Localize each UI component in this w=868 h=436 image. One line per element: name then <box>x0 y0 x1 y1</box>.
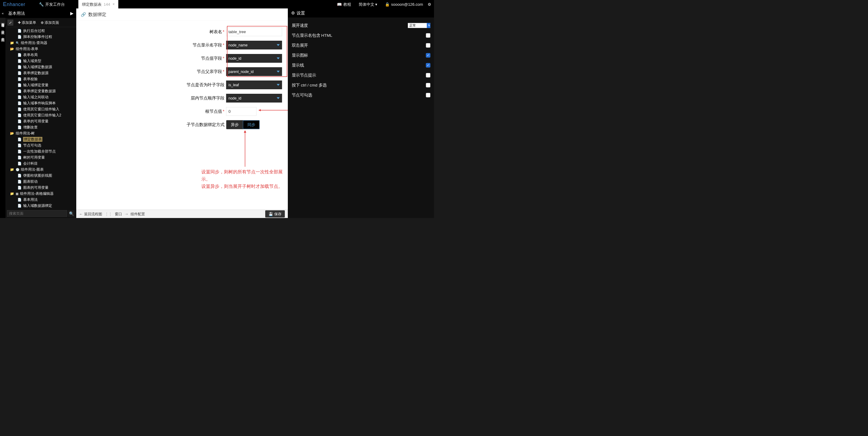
tree-item-label: 输入域绑定数据源 <box>23 64 52 69</box>
tree-item[interactable]: 会计科目 <box>5 161 76 167</box>
play-icon[interactable]: ▶ <box>70 11 73 16</box>
tree-item-label: 表单绑定变量数据源 <box>23 89 56 93</box>
file-icon <box>18 149 22 153</box>
tree-item[interactable]: 使用其它窗口组件输入2 <box>5 112 76 118</box>
close-icon[interactable]: × <box>113 2 115 6</box>
setting-checkbox[interactable] <box>426 43 430 48</box>
breadcrumb-component-config[interactable]: 组件配置 <box>130 211 145 216</box>
tree-item[interactable]: 基本用法 <box>5 197 76 203</box>
setting-row: 展开速度 <box>292 21 431 30</box>
file-icon <box>18 125 22 129</box>
dev-workbench-link[interactable]: 🔧 开发工作台 <box>39 1 65 7</box>
tree-item-label: 输入域事件响应脚本 <box>23 101 56 106</box>
tree-item[interactable]: 表单的可用变量 <box>5 118 76 124</box>
file-icon <box>18 185 22 190</box>
tree-folder[interactable]: 组件用法-表格编辑器 <box>5 191 76 197</box>
tree-item[interactable]: 树的可用变量 <box>5 154 76 161</box>
tree-item[interactable]: 输入域之间联动 <box>5 94 76 100</box>
search-input[interactable] <box>7 210 67 217</box>
setting-checkbox[interactable] <box>426 73 430 78</box>
tree-item[interactable]: 表单布局 <box>5 52 76 58</box>
file-icon <box>18 137 22 141</box>
page-tree[interactable]: 执行后台过程脚本控制事件过程组件用法-查询器组件用法-表单表单布局输入域类型输入… <box>5 27 76 209</box>
label-bind-mode: 子节点数据绑定方式 <box>76 122 226 127</box>
file-icon <box>18 89 22 93</box>
tree-folder[interactable]: 组件用法-查询器 <box>5 40 76 46</box>
setting-checkbox[interactable] <box>426 33 430 38</box>
center-header: 🔗 数据绑定 <box>76 8 288 21</box>
input-table-name[interactable] <box>226 27 282 36</box>
back-to-flow-link[interactable]: ←返回流程图 <box>79 211 102 216</box>
tree-item[interactable]: 图表的可用变量 <box>5 184 76 191</box>
tree-item[interactable]: 图表联动 <box>5 178 76 184</box>
setting-checkbox[interactable] <box>426 53 430 58</box>
collapse-icon[interactable]: « <box>2 11 4 16</box>
tree-item[interactable]: 使用其它窗口组件输入 <box>5 106 76 112</box>
setting-checkbox[interactable] <box>426 83 430 87</box>
arrow-icon <box>241 129 250 167</box>
gear-icon[interactable]: ⚙ <box>428 2 431 7</box>
tree-item-label: 增删改查 <box>23 125 38 130</box>
save-button[interactable]: 💾保存 <box>265 210 285 217</box>
tree-item[interactable]: 输入域数据源绑定 <box>5 203 76 209</box>
search-button[interactable]: 🔍 <box>68 210 75 217</box>
breadcrumb-bar: ←返回流程图 ⋮⋮ 窗口 ⇢ 组件配置 💾保存 <box>76 209 288 218</box>
select-display-field[interactable]: node_name <box>226 41 282 50</box>
tree-item[interactable]: 输入域绑定数据源 <box>5 64 76 70</box>
setting-select[interactable] <box>408 23 430 28</box>
add-menu-button[interactable]: ✚添加菜单 <box>18 20 36 25</box>
expand-button[interactable]: ⤢ <box>7 20 13 25</box>
tree-item[interactable]: 增删改查 <box>5 124 76 130</box>
tree-item[interactable]: 输入域类型 <box>5 58 76 64</box>
input-root-value[interactable] <box>226 107 256 116</box>
form-area: 树表名* 节点显示名字段* node_name 节点值字段* node_id 节… <box>76 21 288 209</box>
setting-row: 按下 ctrl / cmd 多选 <box>292 80 431 90</box>
radio-async[interactable]: 异步 <box>226 120 243 129</box>
select-order-field[interactable]: node_id <box>226 94 282 103</box>
rail-tab-pages[interactable]: 页面管理 <box>0 18 6 24</box>
tree-item[interactable]: 节点可勾选 <box>5 142 76 148</box>
gear-icon: ⚙ <box>291 10 295 16</box>
folder-open-icon <box>10 131 14 135</box>
file-icon <box>18 113 22 117</box>
tree-item-label: 脚本控制事件过程 <box>23 34 52 39</box>
file-icon <box>18 53 22 57</box>
select-parent-field[interactable]: parent_node_id <box>226 67 282 76</box>
tree-item[interactable]: 执行后台过程 <box>5 28 76 34</box>
tree-item[interactable]: 表单校验 <box>5 76 76 82</box>
tree-item[interactable]: 表单绑定数据源 <box>5 70 76 76</box>
tutorial-link[interactable]: 📖 教程 <box>337 1 351 7</box>
tree-item-label: 会计科目 <box>23 161 38 166</box>
tree-folder[interactable]: 组件用法-图表 <box>5 167 76 172</box>
select-leaf-field[interactable]: is_leaf <box>226 81 282 89</box>
tree-item[interactable]: 输入域绑定变量 <box>5 82 76 88</box>
setting-label: 节点显示名包含 HTML <box>292 33 426 38</box>
tree-item[interactable]: 表单绑定变量数据源 <box>5 88 76 94</box>
add-page-button[interactable]: ⊕添加页面 <box>41 20 59 25</box>
setting-checkbox[interactable] <box>426 63 430 67</box>
plus-icon: ✚ <box>18 21 21 25</box>
tree-item-label: 输入域绑定变量 <box>23 83 49 87</box>
tree-folder[interactable]: 组件用法-表单 <box>5 46 76 52</box>
tree-item[interactable]: 饼图柱状图折线图 <box>5 172 76 178</box>
tree-item[interactable]: 脚本控制事件过程 <box>5 34 76 40</box>
folder-closed-icon <box>10 41 14 45</box>
tab-bind-data-table[interactable]: 绑定数据表 144 × <box>79 0 119 8</box>
setting-checkbox[interactable] <box>426 93 430 97</box>
rail-tab-global[interactable]: 全局配置 <box>0 32 6 39</box>
file-icon <box>18 204 22 208</box>
radio-sync[interactable]: 同步 <box>243 120 259 129</box>
file-icon <box>18 161 22 166</box>
tree-folder[interactable]: 组件用法-树 <box>5 130 76 136</box>
tree-item[interactable]: 输入域事件响应脚本 <box>5 100 76 106</box>
rail-tab-nav[interactable]: 导航设置 <box>0 25 6 32</box>
user-info[interactable]: 🔒 soooon@126.com <box>385 2 423 7</box>
tree-item-label: 组件用法-图表 <box>21 167 44 172</box>
tree-item[interactable]: 一次性加载全部节点 <box>5 148 76 154</box>
select-value-field[interactable]: node_id <box>226 54 282 63</box>
svg-marker-3 <box>244 130 246 133</box>
language-selector[interactable]: 简体中文 ▾ <box>359 1 377 7</box>
file-icon <box>18 173 22 178</box>
tree-item[interactable]: 绑定数据表 <box>5 136 76 142</box>
breadcrumb-window[interactable]: 窗口 <box>115 211 122 216</box>
